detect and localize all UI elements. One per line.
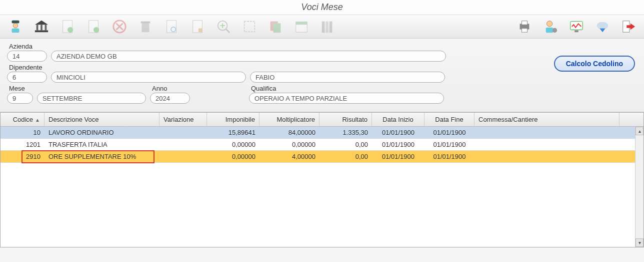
svg-rect-7 xyxy=(35,31,48,33)
mese-code-field[interactable]: 9 xyxy=(7,93,33,104)
cell-imp: 15,89641 xyxy=(207,129,260,136)
scroll-up-icon[interactable]: ▴ xyxy=(636,127,644,135)
cell-imp: 0,00000 xyxy=(207,141,260,148)
svg-rect-4 xyxy=(36,25,38,30)
printer-icon[interactable] xyxy=(516,18,533,35)
trash-icon[interactable] xyxy=(137,18,154,35)
cell-codice: 1201 xyxy=(0,141,44,148)
col-data-inizio[interactable]: Data Inizio xyxy=(372,113,424,126)
svg-rect-0 xyxy=(12,21,20,24)
svg-point-9 xyxy=(68,27,73,33)
grid-row[interactable]: 10 LAVORO ORDINARIO 15,89641 84,00000 1.… xyxy=(0,127,644,139)
svg-rect-2 xyxy=(12,29,20,33)
cancel-icon[interactable] xyxy=(111,18,128,35)
dipendente-surname-field[interactable]: MINCIOLI xyxy=(51,72,246,83)
svg-rect-32 xyxy=(330,22,332,33)
cell-df: 01/01/1900 xyxy=(424,129,474,136)
cell-df: 01/01/1900 xyxy=(424,141,474,148)
grid-body: 10 LAVORO ORDINARIO 15,89641 84,00000 1.… xyxy=(0,127,644,247)
svg-rect-35 xyxy=(522,29,527,33)
svg-rect-15 xyxy=(142,23,150,33)
copy-icon[interactable] xyxy=(267,18,284,35)
col-commessa[interactable]: Commessa/Cantiere xyxy=(474,113,620,126)
doc-search-icon[interactable] xyxy=(163,18,180,35)
col-variazione[interactable]: Variazione xyxy=(160,113,207,126)
col-data-fine[interactable]: Data Fine xyxy=(424,113,474,126)
qualifica-field[interactable]: OPERAIO A TEMPO PARZIALE xyxy=(249,93,444,104)
svg-rect-20 xyxy=(198,29,202,33)
cell-df: 01/01/1900 xyxy=(424,153,474,160)
cell-imp: 0,00000 xyxy=(207,153,260,160)
azienda-code-field[interactable]: 14 xyxy=(7,51,47,62)
bank-icon[interactable] xyxy=(33,18,50,35)
svg-rect-25 xyxy=(244,22,255,32)
header-form: Calcolo Cedolino Azienda 14 AZIENDA DEMO… xyxy=(0,39,644,112)
svg-point-38 xyxy=(552,28,557,33)
cell-mol: 84,00000 xyxy=(260,129,320,136)
svg-rect-34 xyxy=(522,21,527,25)
cell-codice: 2910 xyxy=(0,153,44,160)
svg-rect-29 xyxy=(296,22,308,25)
svg-point-41 xyxy=(597,22,608,30)
cloud-down-icon[interactable] xyxy=(594,18,611,35)
scroll-down-icon[interactable]: ▾ xyxy=(636,238,644,247)
svg-rect-16 xyxy=(141,22,150,24)
grid-row[interactable]: 1201 TRASFERTA ITALIA 0,00000 0,00000 0,… xyxy=(0,139,644,151)
azienda-label: Azienda xyxy=(7,43,47,50)
svg-rect-37 xyxy=(546,28,554,33)
calendar-icon[interactable] xyxy=(293,18,310,35)
col-imponibile[interactable]: Imponibile xyxy=(207,113,260,126)
col-codice[interactable]: Codice▲ xyxy=(0,113,44,126)
dipendente-name-field[interactable]: FABIO xyxy=(250,72,445,83)
dipendente-code-field[interactable]: 6 xyxy=(7,72,47,83)
svg-point-11 xyxy=(94,27,99,33)
voci-grid: Codice▲ Descrizione Voce Variazione Impo… xyxy=(0,112,644,247)
cell-codice: 10 xyxy=(0,129,44,136)
cell-descr: LAVORO ORDINARIO xyxy=(44,129,160,136)
cell-ris: 0,00 xyxy=(320,153,372,160)
cell-mol: 0,00000 xyxy=(260,141,320,148)
azienda-name-field[interactable]: AZIENDA DEMO GB xyxy=(51,51,446,62)
dipendente-label: Dipendente xyxy=(7,64,47,71)
doc-edit-icon[interactable] xyxy=(85,18,102,35)
cell-di: 01/01/1900 xyxy=(372,129,424,136)
col-risultato[interactable]: Risultato xyxy=(320,113,372,126)
vertical-scrollbar[interactable]: ▴ ▾ xyxy=(635,127,644,247)
zoom-in-icon[interactable] xyxy=(215,18,232,35)
books-icon[interactable] xyxy=(319,18,336,35)
cell-ris: 1.335,30 xyxy=(320,129,372,136)
cell-descr: TRASFERTA ITALIA xyxy=(44,141,160,148)
col-moltiplicatore[interactable]: Moltiplicatore xyxy=(260,113,320,126)
anno-label: Anno xyxy=(150,85,190,92)
sort-asc-icon: ▲ xyxy=(35,117,40,123)
qualifica-label: Qualifica xyxy=(249,85,444,92)
svg-rect-30 xyxy=(322,22,325,33)
monitor-icon[interactable] xyxy=(568,18,585,35)
svg-rect-6 xyxy=(45,25,47,30)
employee-icon[interactable] xyxy=(7,18,24,35)
person-cog-icon[interactable] xyxy=(542,18,559,35)
cell-mol: 4,00000 xyxy=(260,153,320,160)
grid-header: Codice▲ Descrizione Voce Variazione Impo… xyxy=(0,113,644,127)
frame-icon[interactable] xyxy=(241,18,258,35)
svg-point-36 xyxy=(547,21,552,27)
window-title: Voci Mese xyxy=(0,0,644,15)
col-descrizione[interactable]: Descrizione Voce xyxy=(44,113,160,126)
mese-name-field[interactable]: SETTEMBRE xyxy=(37,93,146,104)
cell-descr: ORE SUPPLEMENTARE 10% xyxy=(44,153,160,160)
doc-plus-icon[interactable] xyxy=(59,18,76,35)
svg-rect-5 xyxy=(40,25,42,30)
svg-marker-3 xyxy=(35,21,48,25)
main-toolbar xyxy=(0,15,644,39)
svg-point-1 xyxy=(13,23,18,28)
svg-rect-40 xyxy=(574,31,578,33)
doc-lock-icon[interactable] xyxy=(189,18,206,35)
calcolo-cedolino-button[interactable]: Calcolo Cedolino xyxy=(554,56,635,72)
cell-di: 01/01/1900 xyxy=(372,141,424,148)
svg-rect-31 xyxy=(326,22,328,33)
anno-field[interactable]: 2024 xyxy=(150,93,190,104)
svg-rect-27 xyxy=(273,23,280,33)
exit-icon[interactable] xyxy=(620,18,637,35)
cell-ris: 0,00 xyxy=(320,141,372,148)
grid-row[interactable]: 2910 ORE SUPPLEMENTARE 10% 0,00000 4,000… xyxy=(0,151,644,163)
